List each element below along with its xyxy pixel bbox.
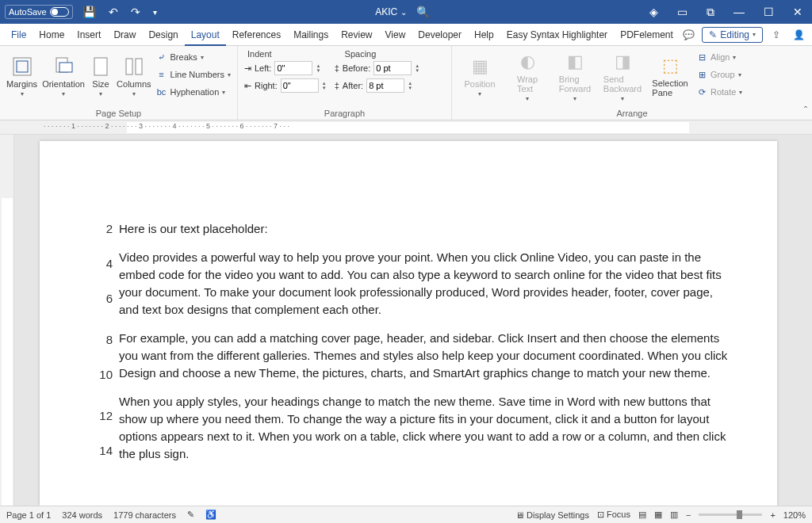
undo-icon[interactable]: ↶ <box>105 6 121 18</box>
window-mode-icon[interactable]: ⧉ <box>702 6 719 19</box>
spinner-icon[interactable]: ▲▼ <box>322 81 327 90</box>
tab-developer[interactable]: Developer <box>412 24 468 46</box>
size-button[interactable]: Size▾ <box>90 49 112 103</box>
svg-rect-3 <box>59 63 72 72</box>
close-button[interactable]: ✕ <box>788 6 807 18</box>
collapse-ribbon-icon[interactable]: ˆ <box>804 105 807 116</box>
view-read-icon[interactable]: ▤ <box>638 510 646 520</box>
size-icon <box>90 55 112 78</box>
spinner-icon[interactable]: ▲▼ <box>415 63 419 73</box>
title-bar: AutoSave 💾 ↶ ↷ ▾ AKIC ⌄ 🔍 ◈ ▭ ⧉ — ☐ ✕ <box>0 0 812 24</box>
zoom-level[interactable]: 120% <box>783 510 806 520</box>
indent-label: Indent <box>247 49 272 59</box>
accessibility-icon[interactable]: ♿ <box>205 510 216 520</box>
spinner-icon[interactable]: ▲▼ <box>408 81 412 90</box>
tab-review[interactable]: Review <box>335 24 378 46</box>
indent-left-input[interactable] <box>274 61 312 75</box>
indent-right-input[interactable] <box>281 78 319 93</box>
columns-button[interactable]: Columns▾ <box>117 49 151 103</box>
share-icon[interactable]: ⇪ <box>768 26 785 44</box>
focus-mode[interactable]: ⊡ Focus <box>597 510 630 520</box>
zoom-out-button[interactable]: − <box>686 510 691 520</box>
status-bar: Page 1 of 1 324 words 1779 characters ✎ … <box>0 506 812 523</box>
display-settings[interactable]: 🖥 Display Settings <box>515 510 589 520</box>
minimize-button[interactable]: — <box>729 6 749 18</box>
left-label: Left: <box>255 63 271 73</box>
paragraph[interactable]: When you apply styles, your headings cha… <box>119 393 730 463</box>
account-icon[interactable]: 👤 <box>790 26 807 44</box>
hyphenation-button[interactable]: bcHyphenation ▾ <box>156 84 231 100</box>
editing-mode-button[interactable]: ✎ Editing ▾ <box>702 27 763 43</box>
group-button[interactable]: ⊞Group ▾ <box>696 67 742 82</box>
char-count[interactable]: 1779 characters <box>113 510 176 520</box>
tab-references[interactable]: References <box>226 24 287 46</box>
zoom-in-button[interactable]: + <box>770 510 775 520</box>
page[interactable]: 2 4 6 8 10 12 14 Here is our text placeh… <box>40 141 777 506</box>
page-setup-small: ⤶Breaks ▾ ≡Line Numbers ▾ bcHyphenation … <box>156 49 231 100</box>
tab-esh[interactable]: Easy Syntax Highlighter <box>500 24 614 46</box>
paragraph[interactable]: For example, you can add a matching cove… <box>119 330 730 382</box>
selection-pane-button[interactable]: ⬚Selection Pane <box>649 49 691 103</box>
zoom-slider[interactable] <box>699 513 762 516</box>
canvas[interactable]: 2 4 6 8 10 12 14 Here is our text placeh… <box>14 135 812 506</box>
margins-icon <box>11 55 33 78</box>
tab-draw[interactable]: Draw <box>107 24 142 46</box>
editing-label: Editing <box>720 29 749 40</box>
tab-layout[interactable]: Layout <box>185 24 226 46</box>
view-web-icon[interactable]: ▥ <box>670 510 678 520</box>
word-count[interactable]: 324 words <box>62 510 102 520</box>
svg-rect-5 <box>126 59 132 74</box>
maximize-button[interactable]: ☐ <box>759 6 779 18</box>
space-before-icon: ‡ <box>335 63 339 73</box>
view-print-icon[interactable]: ▦ <box>654 510 662 520</box>
document-body[interactable]: Here is our text placeholder: Video prov… <box>119 220 730 463</box>
autosave-label: AutoSave <box>9 7 47 17</box>
spellcheck-icon[interactable]: ✎ <box>187 510 194 520</box>
margins-button[interactable]: Margins▾ <box>6 49 37 103</box>
spacing-label: Spacing <box>345 49 377 59</box>
page-count[interactable]: Page 1 of 1 <box>6 510 51 520</box>
svg-rect-0 <box>13 58 31 75</box>
rotate-button[interactable]: ⟳Rotate ▾ <box>696 84 742 100</box>
paragraph[interactable]: Video provides a powerful way to help yo… <box>119 249 730 319</box>
tab-pdfelement[interactable]: PDFelement <box>614 24 680 46</box>
breaks-button[interactable]: ⤶Breaks ▾ <box>156 49 231 65</box>
premium-icon[interactable]: ◈ <box>645 6 663 18</box>
orientation-button[interactable]: Orientation▾ <box>42 49 85 103</box>
svg-rect-6 <box>136 59 142 74</box>
send-backward-button: ◨Send Backward▾ <box>601 49 644 103</box>
space-before-input[interactable] <box>373 61 412 75</box>
bring-forward-icon: ◧ <box>564 51 586 73</box>
save-icon[interactable]: 💾 <box>79 6 99 18</box>
vertical-ruler[interactable] <box>0 135 14 506</box>
after-label: After: <box>343 81 363 90</box>
group-icon: ⊞ <box>696 70 707 80</box>
search-icon[interactable]: 🔍 <box>416 6 430 18</box>
svg-rect-1 <box>17 61 28 72</box>
tab-insert[interactable]: Insert <box>71 24 107 46</box>
tab-view[interactable]: View <box>379 24 412 46</box>
align-button[interactable]: ⊟Align ▾ <box>696 49 742 65</box>
columns-icon <box>123 55 145 78</box>
redo-icon[interactable]: ↷ <box>128 6 144 18</box>
ribbon-display-icon[interactable]: ▭ <box>672 6 692 18</box>
tab-help[interactable]: Help <box>468 24 500 46</box>
tab-home[interactable]: Home <box>33 24 71 46</box>
tab-file[interactable]: File <box>5 24 33 46</box>
autosave-toggle[interactable]: AutoSave <box>5 5 73 19</box>
horizontal-ruler[interactable]: · · · · · · · 1 · · · · · · · 2 · · · · … <box>0 120 812 135</box>
qat-dropdown-icon[interactable]: ▾ <box>150 8 160 17</box>
tab-design[interactable]: Design <box>142 24 184 46</box>
spinner-icon[interactable]: ▲▼ <box>316 63 320 73</box>
space-after-input[interactable] <box>366 78 404 93</box>
ribbon: Margins▾ Orientation▾ Size▾ Columns▾ ⤶Br… <box>0 46 812 120</box>
document-title[interactable]: AKIC ⌄ <box>375 6 406 17</box>
tab-mailings[interactable]: Mailings <box>287 24 335 46</box>
space-after-icon: ‡ <box>335 81 339 90</box>
comments-icon[interactable]: 💬 <box>680 26 697 44</box>
group-arrange: ▦Position▾ ◐Wrap Text▾ ◧Bring Forward▾ ◨… <box>452 46 812 120</box>
paragraph[interactable]: Here is our text placeholder: <box>119 220 730 238</box>
group-label-paragraph: Paragraph <box>244 107 445 118</box>
rotate-icon: ⟳ <box>696 87 707 97</box>
line-numbers-button[interactable]: ≡Line Numbers ▾ <box>156 67 231 82</box>
